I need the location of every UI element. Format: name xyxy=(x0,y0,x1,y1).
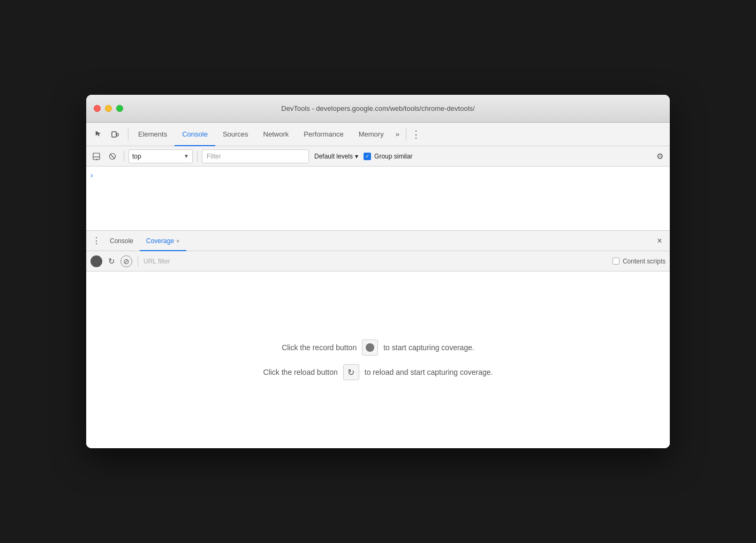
tab-separator-2 xyxy=(406,128,406,141)
bottom-drawer: ⋮ Console Coverage × × ↻ ⊘ C xyxy=(86,231,670,448)
svg-rect-1 xyxy=(117,133,118,136)
svg-line-5 xyxy=(110,154,115,159)
console-filter-input[interactable] xyxy=(202,149,309,163)
coverage-main-area: Click the record button to start capturi… xyxy=(86,272,670,448)
drawer-tab-console[interactable]: Console xyxy=(103,231,140,251)
inspect-element-icon[interactable] xyxy=(92,127,107,142)
tab-performance[interactable]: Performance xyxy=(296,123,351,146)
tab-icon-group xyxy=(88,127,126,142)
content-scripts-checkbox[interactable] xyxy=(613,258,619,265)
group-similar-checkbox-area[interactable]: ✓ Group similar xyxy=(364,153,412,160)
coverage-instruction-2: Click the reload button ↻ to reload and … xyxy=(263,364,493,380)
drawer-close-button[interactable]: × xyxy=(653,234,667,248)
tab-more-button[interactable]: » xyxy=(391,130,404,138)
default-levels-selector[interactable]: Default levels ▾ xyxy=(311,149,361,163)
coverage-clear-button[interactable]: ⊘ xyxy=(120,255,132,267)
inline-reload-icon-container: ↻ xyxy=(343,364,359,380)
coverage-toolbar: ↻ ⊘ Content scripts xyxy=(86,251,670,272)
devtools-menu-button[interactable]: ⋮ xyxy=(409,127,424,142)
console-prompt-icon[interactable]: › xyxy=(90,169,666,182)
content-scripts-label[interactable]: Content scripts xyxy=(613,258,666,265)
group-similar-checkbox[interactable]: ✓ xyxy=(364,153,371,160)
window-title: DevTools - developers.google.com/web/too… xyxy=(281,104,474,112)
show-console-drawer-button[interactable] xyxy=(89,149,103,163)
devtools-body: Elements Console Sources Network Perform… xyxy=(86,123,670,448)
inline-record-icon-container xyxy=(362,340,378,356)
context-selector[interactable]: top ▼ xyxy=(128,149,193,163)
drawer-menu-button[interactable]: ⋮ xyxy=(89,234,103,248)
title-bar: DevTools - developers.google.com/web/too… xyxy=(86,95,670,123)
drawer-tab-coverage[interactable]: Coverage × xyxy=(140,231,186,251)
settings-gear-button[interactable]: ⚙ xyxy=(653,149,667,163)
reload-icon: ↻ xyxy=(347,367,354,378)
tab-sources[interactable]: Sources xyxy=(215,123,256,146)
tab-console[interactable]: Console xyxy=(175,123,215,146)
close-button[interactable] xyxy=(94,105,101,112)
drawer-tab-bar: ⋮ Console Coverage × × xyxy=(86,231,670,251)
tab-memory[interactable]: Memory xyxy=(351,123,391,146)
traffic-lights xyxy=(94,105,123,112)
coverage-reload-button[interactable]: ↻ xyxy=(105,255,117,267)
coverage-tab-close[interactable]: × xyxy=(176,238,179,244)
minimize-button[interactable] xyxy=(105,105,112,112)
coverage-instruction-1: Click the record button to start capturi… xyxy=(282,340,474,356)
tab-network[interactable]: Network xyxy=(256,123,297,146)
toolbar-sep-1 xyxy=(124,151,124,162)
tab-separator-1 xyxy=(128,128,128,141)
main-tab-bar: Elements Console Sources Network Perform… xyxy=(86,123,670,146)
device-toolbar-icon[interactable] xyxy=(108,127,123,142)
context-dropdown-arrow: ▼ xyxy=(184,153,189,159)
maximize-button[interactable] xyxy=(116,105,123,112)
svg-rect-0 xyxy=(112,132,116,137)
tab-elements[interactable]: Elements xyxy=(131,123,175,146)
coverage-record-button[interactable] xyxy=(90,255,102,267)
console-output-area: › xyxy=(86,167,670,231)
clear-console-button[interactable] xyxy=(105,149,119,163)
toolbar-sep-2 xyxy=(197,151,198,162)
devtools-window: DevTools - developers.google.com/web/too… xyxy=(86,95,670,448)
record-icon xyxy=(366,343,374,352)
url-filter-input[interactable] xyxy=(143,255,609,268)
coverage-sep-1 xyxy=(138,256,138,267)
console-toolbar: top ▼ Default levels ▾ ✓ Group similar ⚙ xyxy=(86,146,670,167)
svg-rect-2 xyxy=(93,153,100,160)
